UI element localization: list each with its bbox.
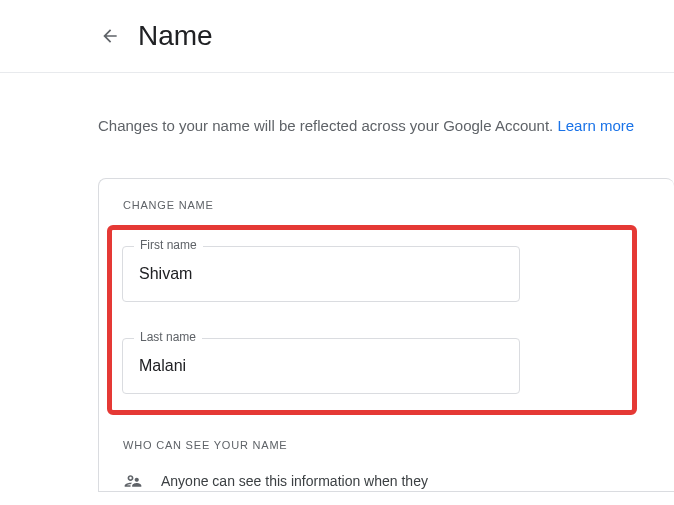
visibility-text: Anyone can see this information when the… <box>161 473 428 489</box>
learn-more-link[interactable]: Learn more <box>557 117 634 134</box>
description-text: Changes to your name will be reflected a… <box>98 115 674 138</box>
change-name-label: CHANGE NAME <box>99 199 674 211</box>
visibility-label: WHO CAN SEE YOUR NAME <box>123 439 674 451</box>
visibility-row: Anyone can see this information when the… <box>123 471 674 491</box>
name-card: CHANGE NAME First name Last name WHO CAN… <box>98 178 674 492</box>
people-icon <box>123 471 143 491</box>
back-arrow-icon[interactable] <box>98 24 122 48</box>
last-name-field-wrap: Last name <box>122 338 622 394</box>
highlight-box: First name Last name <box>107 225 637 415</box>
visibility-section: WHO CAN SEE YOUR NAME Anyone can see thi… <box>99 439 674 491</box>
first-name-label: First name <box>134 238 203 252</box>
last-name-input[interactable] <box>122 338 520 394</box>
content-area: Changes to your name will be reflected a… <box>0 73 674 492</box>
first-name-input[interactable] <box>122 246 520 302</box>
description-body: Changes to your name will be reflected a… <box>98 117 557 134</box>
page-header: Name <box>0 0 674 73</box>
last-name-label: Last name <box>134 330 202 344</box>
page-title: Name <box>138 20 213 52</box>
first-name-field-wrap: First name <box>122 246 622 302</box>
